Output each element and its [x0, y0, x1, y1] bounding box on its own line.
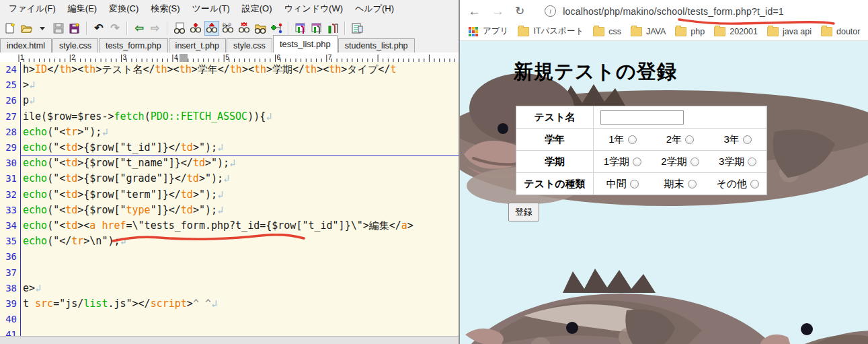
jump-back-icon[interactable]: ⇦: [132, 21, 147, 36]
menu-t[interactable]: ツール(T): [186, 1, 236, 17]
undo-icon[interactable]: ↶: [91, 21, 106, 36]
radio-option[interactable]: その他: [709, 178, 766, 191]
redo-icon[interactable]: ↷: [108, 21, 122, 36]
code-line-26: 26p↲: [0, 93, 459, 109]
outline-icon[interactable]: [350, 21, 364, 36]
code-line-38: 38e>↲: [0, 281, 459, 297]
menu-s[interactable]: 検索(S): [145, 1, 186, 17]
radio-button[interactable]: [685, 135, 694, 144]
apps-shortcut[interactable]: アプリ: [483, 26, 508, 37]
tab-index-html[interactable]: index.html: [0, 38, 52, 53]
jump-tree-icon[interactable]: [269, 21, 284, 36]
radio-button[interactable]: [633, 158, 641, 166]
menu-e[interactable]: 編集(E): [62, 1, 103, 17]
test-name-input[interactable]: [600, 110, 684, 125]
submit-button[interactable]: 登録: [508, 203, 539, 221]
menu-h[interactable]: ヘルプ(H): [349, 1, 400, 17]
line-number: 24: [0, 62, 17, 77]
radio-button[interactable]: [748, 158, 756, 166]
search-icon[interactable]: [188, 21, 203, 36]
radio-option[interactable]: 1年: [594, 133, 652, 146]
tab-tests_list-php[interactable]: tests_list.php: [273, 35, 338, 53]
tab-style-css[interactable]: style.css: [227, 38, 272, 53]
bookmark-css[interactable]: css: [608, 27, 621, 36]
bookmark-folder-icon[interactable]: [675, 27, 686, 36]
radio-option[interactable]: 期末: [652, 178, 709, 191]
line-number: 37: [0, 265, 17, 281]
apps-grid-icon[interactable]: [468, 26, 479, 37]
radio-button[interactable]: [628, 135, 637, 144]
line-number: 30: [0, 156, 17, 171]
tool-window2-icon[interactable]: [309, 21, 324, 36]
bookmark-folder-icon[interactable]: [631, 27, 642, 36]
radio-button[interactable]: [630, 180, 639, 188]
radio-button[interactable]: [750, 180, 759, 188]
code-line-27: 27ile($row=$res->fetch(PDO::FETCH_ASSOC)…: [0, 109, 459, 125]
save-as-icon[interactable]: [67, 21, 82, 36]
open-dropdown-icon[interactable]: [35, 21, 50, 36]
editor-tabbar: index.htmlstyle.csstests_form.phpinsert_…: [0, 35, 459, 53]
text-editor-window: ファイル(F)編集(E)変換(C)検索(S)ツール(T)設定(O)ウィンドウ(W…: [0, 0, 459, 344]
editor-text-area[interactable]: 24h>ID</th><th>テスト名</th><th>学年</th><th>学…: [0, 62, 459, 336]
line-number: 29: [0, 140, 17, 156]
line-number: 34: [0, 218, 17, 234]
radio-option[interactable]: 3学期: [709, 156, 766, 168]
radio-button[interactable]: [688, 180, 697, 188]
bookmark-folder-icon[interactable]: [767, 27, 779, 36]
tab-insert_t-php[interactable]: insert_t.php: [169, 38, 226, 53]
code-line-39: 39t src="js/list.js"></script>^ ^↲: [0, 296, 459, 312]
new-file-icon[interactable]: [3, 21, 17, 36]
bookmark-folder-icon[interactable]: [821, 27, 832, 36]
radio-option[interactable]: 3年: [709, 133, 766, 146]
code-line-37: 37: [0, 265, 459, 281]
svg-text:4: 4: [174, 54, 178, 61]
back-icon[interactable]: ←: [468, 4, 481, 19]
code-line-36: 36: [0, 249, 459, 265]
bookmark-java-api[interactable]: java api: [783, 27, 812, 36]
radio-option[interactable]: 1学期: [594, 156, 652, 168]
forward-icon[interactable]: →: [491, 4, 504, 19]
page-info-icon[interactable]: i: [545, 5, 556, 17]
radio-option-label: 1年: [608, 133, 624, 146]
radio-option[interactable]: 2学期: [652, 156, 709, 168]
bookmark-php[interactable]: php: [691, 27, 705, 36]
tool-window-icon[interactable]: [293, 21, 308, 36]
search-up-icon[interactable]: [204, 21, 219, 36]
search-close-icon[interactable]: [237, 21, 251, 36]
tab-students_list-php[interactable]: students_list.php: [338, 38, 415, 53]
tab-tests_form-php[interactable]: tests_form.php: [99, 38, 168, 53]
bookmark-java[interactable]: JAVA: [646, 27, 666, 36]
search-doc-icon[interactable]: [172, 21, 187, 36]
svg-text:7: 7: [328, 54, 332, 61]
bookmark-202001[interactable]: 202001: [729, 27, 758, 36]
radio-button[interactable]: [691, 158, 699, 166]
grep-folder-icon[interactable]: [253, 21, 268, 36]
save-icon[interactable]: [51, 21, 66, 36]
radio-button[interactable]: [743, 135, 752, 144]
menu-f[interactable]: ファイル(F): [3, 1, 62, 17]
menu-w[interactable]: ウィンドウ(W): [278, 1, 349, 17]
open-file-icon[interactable]: [19, 21, 34, 36]
tool-window3-icon[interactable]: [325, 21, 340, 36]
replace-icon[interactable]: R▸P: [221, 21, 235, 36]
radio-option[interactable]: 中間: [594, 178, 652, 191]
form-row-label: テストの種類: [516, 173, 594, 195]
reload-icon[interactable]: ↻: [515, 4, 524, 18]
radio-option-label: 期末: [664, 178, 684, 191]
menu-o[interactable]: 設定(O): [236, 1, 278, 17]
bookmark-doutor[interactable]: doutor: [836, 27, 860, 36]
code-line-34: 34echo("<td><a href=\"tests_form.php?t_i…: [0, 218, 459, 234]
bookmark-folder-icon[interactable]: [518, 27, 529, 36]
bookmark-folder-icon[interactable]: [714, 27, 725, 36]
radio-option[interactable]: 2年: [652, 133, 709, 146]
bookmark-folder-icon[interactable]: [593, 27, 604, 36]
line-number: 25: [0, 77, 17, 93]
address-bar-url[interactable]: localhost/php/makino/school/tests_form.p…: [563, 6, 784, 17]
svg-text:R▸P: R▸P: [223, 23, 232, 28]
tab-style-css[interactable]: style.css: [52, 38, 98, 53]
jump-forward-icon[interactable]: ⇨: [148, 21, 163, 36]
form-row-label: 学期: [516, 151, 594, 172]
menu-c[interactable]: 変換(C): [103, 1, 145, 17]
toolbar-separator: [86, 22, 87, 35]
bookmark-itパスポート[interactable]: ITパスポート: [533, 26, 584, 37]
